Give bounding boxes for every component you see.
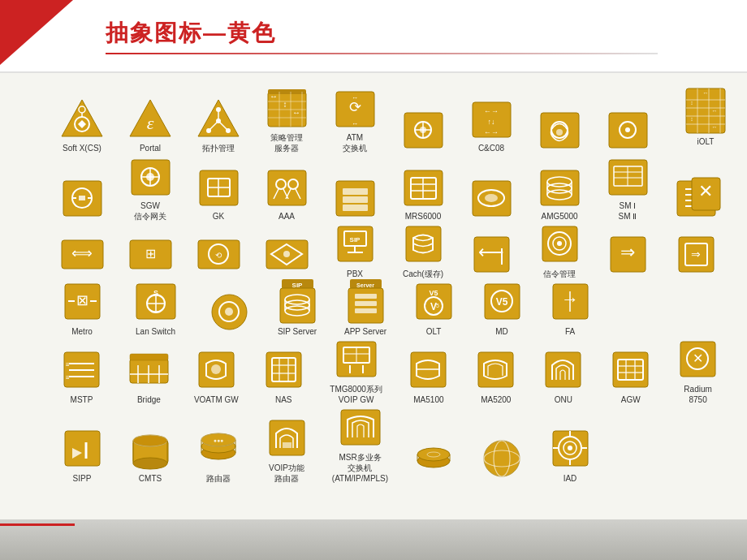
icon-nas: NAS (251, 347, 317, 405)
voatm-gw-label: VOATM GW (194, 394, 239, 405)
agw-label: AGW (621, 394, 641, 405)
atm-label: ATM交换机 (343, 132, 367, 153)
svg-point-96 (283, 251, 290, 257)
svg-text:↔: ↔ (270, 92, 278, 101)
icon-signal-mgmt: 信令管理 (526, 222, 593, 279)
svg-rect-102 (406, 226, 441, 261)
olt-label: OLT (426, 326, 442, 337)
icon-row-6: SIPP CMTS (49, 405, 731, 484)
icon-row-5: ≡ ≡ MSTP Bridge (49, 337, 731, 405)
icon-atm: ↔ ⟳ ↔ ATM交换机 (322, 85, 388, 153)
svg-text:⇒: ⇒ (691, 248, 701, 261)
mstp-label: MSTP (71, 394, 93, 405)
icon-ma5200: MA5200 (463, 347, 529, 405)
svg-rect-191 (65, 431, 100, 466)
md-label: MD (495, 326, 508, 337)
svg-text:≡: ≡ (66, 374, 70, 381)
icon-circle2: ⟲ (185, 232, 252, 279)
footer-line (0, 523, 747, 526)
svg-text:5: 5 (436, 303, 439, 308)
svg-text:↔: ↔ (292, 108, 300, 117)
lan-switch-label: Lan Switch (136, 326, 175, 337)
icon-app-server: Server APP Server (332, 279, 399, 337)
sm-label: SM ⅠSM Ⅱ (619, 200, 637, 222)
svg-text:↔: ↔ (712, 124, 718, 130)
icon-row-4: ⊠ Metro S Lan Switch (49, 279, 731, 337)
gk-label: GK (213, 211, 224, 222)
aaa-label: AAA (279, 211, 295, 222)
topology-label: 拓扑管理 (202, 143, 235, 153)
svg-text:↕: ↕ (690, 100, 693, 106)
icon-portal: ε Portal (117, 96, 184, 153)
icon-voatm-gw: VOATM GW (184, 347, 249, 405)
amg5000-label: AMG5000 (541, 211, 577, 222)
icon-msr: MSR多业务交换机(ATM/IP/MPLS) (322, 405, 399, 484)
icon-sm: SM ⅠSM Ⅱ (594, 153, 661, 222)
svg-rect-60 (343, 188, 368, 195)
sgw-label: SGW信令网关 (134, 200, 166, 222)
icon-iad: IAD (537, 426, 603, 484)
icon-metro: ⊠ Metro (49, 279, 115, 337)
svg-rect-207 (270, 420, 304, 455)
icon-cache: Cach(缓存) (390, 222, 456, 279)
icon-tmg8000: TMG8000系列VOIP GW (318, 337, 395, 405)
svg-point-42 (625, 127, 630, 132)
svg-point-211 (417, 448, 450, 461)
ma5200-label: MA5200 (481, 394, 511, 405)
svg-text:V5: V5 (429, 289, 438, 297)
soft-x-cs-label: Soft X(CS) (63, 143, 101, 153)
svg-text:⟳: ⟳ (348, 99, 361, 115)
icon-gk: GK (185, 164, 252, 222)
icon-agw: AGW (598, 347, 663, 405)
icon-lan-switch: S Lan Switch (117, 279, 194, 337)
svg-text:⟲: ⟲ (215, 251, 222, 260)
icon-cube-circle (49, 174, 115, 222)
svg-text:↔: ↔ (703, 90, 709, 96)
right-column: ↔ ↕ ↔ ↕ ↔ iOLT ✕ (672, 89, 739, 218)
header-triangle (0, 0, 73, 65)
svg-text:●●●: ●●● (213, 437, 223, 443)
svg-point-199 (133, 458, 167, 469)
header: 抽象图标—黄色 (0, 0, 747, 73)
icon-box-flat: ⊞ (117, 232, 184, 279)
svg-point-222 (568, 446, 572, 450)
icon-md: V5 MD (468, 279, 535, 337)
iad-label: IAD (563, 473, 577, 484)
mrs6000-label: MRS6000 (405, 211, 441, 222)
icon-oval (458, 174, 525, 222)
svg-rect-208 (283, 442, 291, 448)
svg-text:V5: V5 (495, 296, 507, 308)
bridge-label: Bridge (137, 394, 161, 405)
cache-label: Cach(缓存) (403, 269, 443, 279)
msr-label: MSR多业务交换机(ATM/IP/MPLS) (332, 452, 388, 484)
svg-point-40 (556, 129, 563, 136)
icon-soft-x-cs: Soft X(CS) (49, 96, 115, 153)
icon-bridge: Bridge (116, 347, 182, 405)
svg-rect-139 (355, 301, 377, 306)
icon-row-2: SGW信令网关 GK (49, 153, 731, 222)
footer (0, 519, 747, 560)
svg-text:ε: ε (146, 113, 153, 133)
svg-rect-61 (343, 196, 368, 203)
icon-olt: V5 V 5 OLT (400, 279, 467, 337)
cc08-label: C&C08 (478, 143, 504, 153)
svg-point-165 (211, 364, 221, 374)
icon-stack (322, 174, 388, 222)
svg-rect-159 (130, 354, 168, 360)
sip-server-label: SIP Server (278, 326, 317, 337)
svg-text:✕: ✕ (693, 351, 703, 365)
svg-text:⊞: ⊞ (145, 247, 155, 261)
svg-text:≡: ≡ (66, 361, 70, 368)
sipp-label: SIPP (73, 473, 92, 484)
svg-text:↔: ↔ (712, 108, 718, 114)
icon-pbx: SIP PBX (322, 222, 388, 279)
icon-iolt: ↔ ↕ ↔ ↕ ↔ iOLT (672, 89, 739, 147)
svg-rect-140 (355, 308, 377, 313)
icon-cube-rotate (594, 106, 661, 153)
icon-radium8750: ✕ Radium8750 (665, 337, 731, 405)
radium8750-label: Radium8750 (684, 384, 711, 405)
svg-rect-62 (343, 205, 368, 211)
app-server-label: APP Server (344, 326, 386, 337)
nas-label: NAS (275, 394, 292, 405)
router-label: 路由器 (206, 473, 231, 484)
